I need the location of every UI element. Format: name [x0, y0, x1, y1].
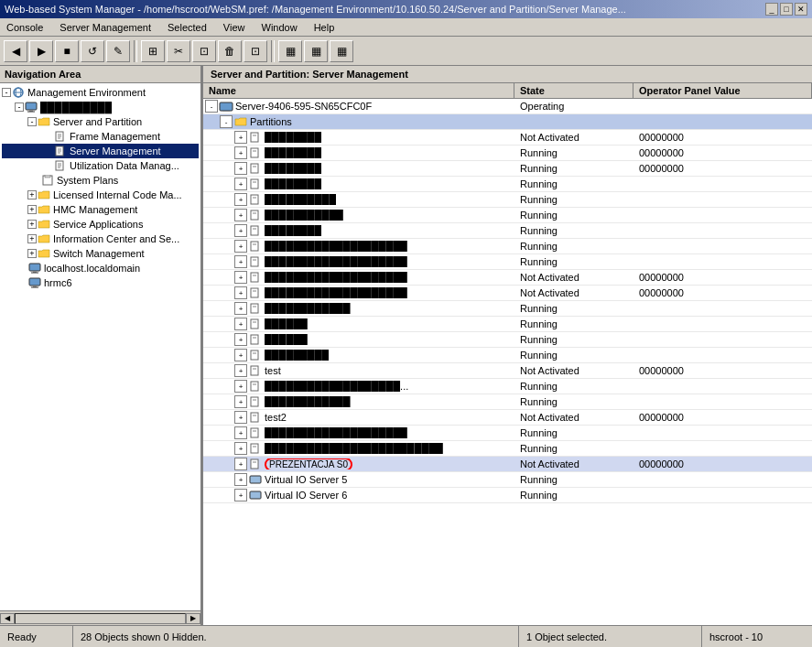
- row-expand-p6[interactable]: +: [234, 209, 247, 221]
- table-row[interactable]: +████████████Running: [203, 394, 812, 410]
- row-expand-p4[interactable]: +: [234, 178, 247, 190]
- nav-scrollbar[interactable]: ◀ ▶: [0, 610, 200, 625]
- nav-tree-item-util-data[interactable]: Utilization Data Manag...: [2, 158, 199, 173]
- row-expand-p11[interactable]: +: [234, 286, 247, 299]
- table-row[interactable]: +██████Running: [203, 332, 812, 348]
- table-row[interactable]: +██████Running: [203, 317, 812, 332]
- maximize-button[interactable]: □: [780, 3, 793, 16]
- nav-scroll-right[interactable]: ▶: [186, 613, 200, 624]
- table-row[interactable]: +testNot Activated00000000: [203, 363, 812, 379]
- nav-tree-item-localhost[interactable]: localhost.localdomain: [2, 261, 199, 275]
- stop-button[interactable]: ■: [55, 40, 79, 62]
- table-row[interactable]: -Server-9406-595-SN65CFC0FOperating: [203, 99, 812, 114]
- expand-icon-mgmt-env[interactable]: -: [2, 88, 11, 97]
- nav-tree-item-hmc-mgmt[interactable]: +HMC Management: [2, 202, 199, 217]
- expand-icon-hrmc6[interactable]: [15, 276, 27, 289]
- expand-icon-licensed-code[interactable]: +: [27, 190, 37, 199]
- row-expand-p16[interactable]: +: [234, 364, 247, 377]
- table-row[interactable]: -Partitions: [203, 114, 812, 130]
- row-expand-p15[interactable]: +: [234, 349, 247, 361]
- expand-icon-server-mgmt[interactable]: [40, 145, 53, 157]
- table-row[interactable]: +███████████████████...Running: [203, 379, 812, 394]
- table-row[interactable]: +████████Not Activated00000000: [203, 130, 812, 146]
- table-row[interactable]: +Virtual IO Server 5Running: [203, 472, 812, 488]
- cut-button[interactable]: ✂: [167, 40, 190, 62]
- nav-hscroll-track[interactable]: [15, 613, 186, 624]
- row-expand-p17[interactable]: +: [234, 380, 247, 393]
- back-button[interactable]: ◀: [4, 40, 27, 62]
- expand-icon-hmc-mgmt[interactable]: +: [27, 205, 37, 214]
- expand-icon-service-apps[interactable]: +: [27, 220, 37, 229]
- row-expand-p13[interactable]: +: [234, 318, 247, 330]
- row-expand-p2[interactable]: +: [234, 146, 247, 159]
- edit-button[interactable]: ✎: [106, 40, 130, 62]
- table-row[interactable]: +████████████████████Not Activated000000…: [203, 270, 812, 286]
- nav-tree-item-hrmc6[interactable]: hrmc6: [2, 275, 199, 290]
- row-expand-p1[interactable]: +: [234, 131, 247, 144]
- nav-tree-item-server-10[interactable]: -██████████: [2, 100, 199, 114]
- menu-window[interactable]: Window: [259, 21, 300, 34]
- row-expand-server-main[interactable]: -: [205, 100, 218, 113]
- minimize-button[interactable]: _: [765, 3, 778, 16]
- expand-icon-server-partition[interactable]: -: [27, 117, 37, 126]
- menu-server-management[interactable]: Server Management: [57, 21, 154, 34]
- table-row[interactable]: +█████████████████████████Running: [203, 441, 812, 457]
- nav-tree-item-frame-mgmt[interactable]: Frame Management: [2, 129, 199, 144]
- row-expand-partitions[interactable]: -: [220, 115, 233, 128]
- row-expand-p20[interactable]: +: [234, 426, 247, 439]
- view3-button[interactable]: ▦: [330, 40, 353, 62]
- nav-tree-item-info-center[interactable]: +Information Center and Se...: [2, 232, 199, 246]
- menu-selected[interactable]: Selected: [165, 21, 210, 34]
- table-row[interactable]: +████████Running00000000: [203, 146, 812, 161]
- table-row[interactable]: +████████████████████Running: [203, 426, 812, 441]
- paste-button[interactable]: ⊡: [244, 40, 267, 62]
- forward-button[interactable]: ▶: [29, 40, 53, 62]
- new-button[interactable]: ⊞: [141, 40, 165, 62]
- row-expand-p7[interactable]: +: [234, 224, 247, 237]
- row-expand-p5[interactable]: +: [234, 193, 247, 206]
- table-row[interactable]: +████████████████████Running: [203, 254, 812, 270]
- view1-button[interactable]: ▦: [278, 40, 302, 62]
- row-expand-p10[interactable]: +: [234, 271, 247, 284]
- row-expand-p9[interactable]: +: [234, 255, 247, 268]
- row-expand-p12[interactable]: +: [234, 302, 247, 315]
- expand-icon-system-plans[interactable]: [27, 174, 40, 187]
- view2-button[interactable]: ▦: [304, 40, 328, 62]
- expand-icon-util-data[interactable]: [40, 159, 53, 172]
- refresh-button[interactable]: ↺: [81, 40, 104, 62]
- table-row[interactable]: +Virtual IO Server 6Running: [203, 488, 812, 503]
- nav-tree-item-service-apps[interactable]: +Service Applications: [2, 217, 199, 232]
- row-expand-p18[interactable]: +: [234, 395, 247, 408]
- menu-view[interactable]: View: [221, 21, 248, 34]
- row-expand-p24[interactable]: +: [234, 489, 247, 501]
- nav-tree-item-licensed-code[interactable]: +Licensed Internal Code Ma...: [2, 188, 199, 202]
- nav-scroll-left[interactable]: ◀: [0, 613, 15, 624]
- table-row[interactable]: +██████████Running: [203, 192, 812, 208]
- row-expand-p22[interactable]: +: [234, 458, 247, 470]
- table-row[interactable]: +███████████Running: [203, 208, 812, 223]
- table-row[interactable]: +test2Not Activated00000000: [203, 410, 812, 426]
- table-row[interactable]: +████████Running: [203, 223, 812, 239]
- table-row[interactable]: +████████████Running: [203, 301, 812, 317]
- nav-tree-item-server-mgmt[interactable]: Server Management: [2, 144, 199, 158]
- menu-help[interactable]: Help: [311, 21, 338, 34]
- close-button[interactable]: ✕: [795, 3, 807, 16]
- nav-tree-item-server-partition[interactable]: -Server and Partition: [2, 114, 199, 129]
- table-row[interactable]: +████████████████████Not Activated000000…: [203, 286, 812, 301]
- table-row[interactable]: +████████Running: [203, 177, 812, 192]
- expand-icon-switch-mgmt[interactable]: +: [27, 249, 37, 258]
- row-expand-p8[interactable]: +: [234, 240, 247, 253]
- nav-tree-item-switch-mgmt[interactable]: +Switch Management: [2, 246, 199, 261]
- delete-button[interactable]: 🗑: [218, 40, 242, 62]
- expand-icon-info-center[interactable]: +: [27, 234, 37, 243]
- row-expand-p19[interactable]: +: [234, 411, 247, 424]
- table-row[interactable]: +█████████Running: [203, 348, 812, 363]
- expand-icon-server-10[interactable]: -: [15, 102, 24, 112]
- row-expand-p23[interactable]: +: [234, 473, 247, 486]
- menu-console[interactable]: Console: [4, 21, 46, 34]
- copy-button[interactable]: ⊡: [192, 40, 216, 62]
- nav-tree-item-system-plans[interactable]: System Plans: [2, 173, 199, 188]
- nav-tree-item-mgmt-env[interactable]: -Management Environment: [2, 85, 199, 100]
- row-expand-p14[interactable]: +: [234, 333, 247, 346]
- expand-icon-localhost[interactable]: [15, 262, 27, 275]
